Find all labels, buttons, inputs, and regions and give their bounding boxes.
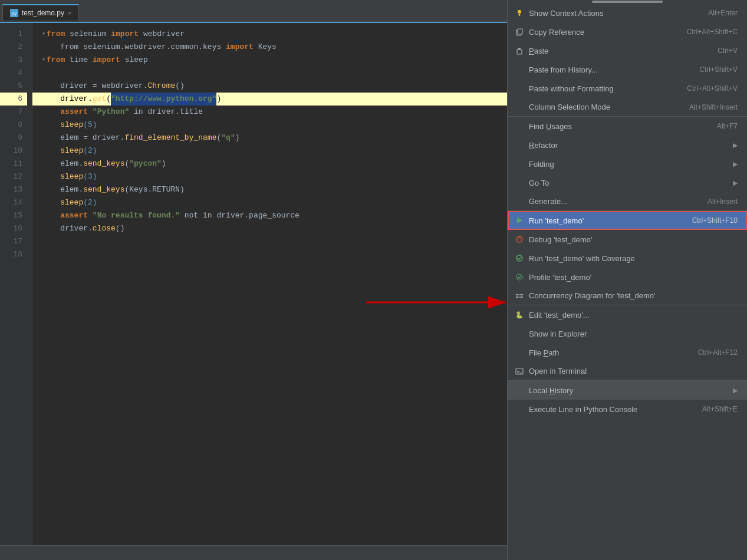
find-usages-icon [515, 121, 524, 131]
menu-item-edit-test-demo[interactable]: 🐍 Edit 'test_demo'... [508, 305, 747, 324]
go-to-label: Go To [529, 179, 549, 187]
menu-item-paste-without-formatting[interactable]: Paste without Formatting Ctrl+Alt+Shift+… [508, 79, 747, 98]
tab-close-button[interactable]: × [68, 9, 71, 17]
fold-icon-1: ▾ [42, 28, 45, 41]
svg-rect-6 [518, 29, 522, 34]
run-test-demo-label: Run 'test_demo' [529, 216, 584, 225]
line-numbers: 1 2 3 4 5 6 7 8 9 10 11 12 13 14 15 16 1… [0, 23, 32, 560]
svg-point-2 [518, 10, 521, 14]
svg-rect-3 [519, 14, 521, 15]
menu-item-column-selection[interactable]: Column Selection Mode Alt+Shift+Insert [508, 98, 747, 117]
paste-history-icon [515, 65, 524, 74]
show-in-explorer-label: Show in Explorer [529, 330, 587, 338]
svg-point-10 [518, 239, 519, 240]
svg-rect-14 [516, 294, 518, 295]
paste-from-history-shortcut: Ctrl+Shift+V [699, 65, 738, 74]
code-line-5: driver = webdriver. Chrome () [42, 80, 507, 93]
lightbulb-icon [515, 8, 524, 18]
code-line-3: ▾ from time import sleep [42, 54, 507, 67]
menu-item-execute-line[interactable]: Execute Line in Python Console Alt+Shift… [508, 400, 747, 419]
code-line-10: sleep (2) [42, 144, 507, 157]
menu-item-paste-from-history[interactable]: Paste from History... Ctrl+Shift+V [508, 60, 747, 79]
local-history-label: Local History [529, 386, 573, 395]
copy-reference-label: Copy Reference [529, 28, 584, 37]
folding-label: Folding [529, 160, 554, 169]
code-line-8: sleep (5) [42, 118, 507, 131]
paste-without-formatting-label: Paste without Formatting [529, 84, 614, 93]
find-usages-shortcut: Alt+F7 [717, 122, 738, 130]
code-line-15: assert "No results found." not in driver… [42, 209, 507, 222]
tab-filename: test_demo.py [22, 9, 64, 17]
show-context-actions-shortcut: Alt+Enter [708, 9, 738, 17]
execute-line-shortcut: Alt+Shift+E [702, 405, 738, 413]
svg-rect-16 [521, 294, 523, 295]
menu-item-profile-test-demo[interactable]: Profile 'test_demo' [508, 268, 747, 286]
menu-item-find-usages[interactable]: Find Usages Alt+F7 [508, 117, 747, 136]
local-history-chevron: ▶ [733, 387, 738, 394]
menu-item-go-to[interactable]: Go To ▶ [508, 173, 747, 192]
refactor-chevron: ▶ [733, 141, 738, 149]
menu-item-open-in-terminal[interactable]: Open in Terminal [508, 362, 747, 381]
menu-item-folding[interactable]: Folding ▶ [508, 154, 747, 173]
menu-item-run-with-coverage[interactable]: Run 'test_demo' with Coverage [508, 249, 747, 268]
menu-item-copy-reference[interactable]: Copy Reference Ctrl+Alt+Shift+C [508, 22, 747, 41]
code-display[interactable]: ▾ from selenium import webdriver from se… [32, 23, 507, 560]
debug-icon [515, 235, 524, 244]
generate-shortcut: Alt+Insert [707, 197, 738, 206]
concurrency-icon [515, 291, 524, 301]
svg-point-11 [520, 239, 521, 240]
terminal-icon [515, 367, 524, 376]
folding-icon [515, 159, 524, 169]
menu-item-refactor[interactable]: Refactor ▶ [508, 136, 747, 154]
menu-item-paste[interactable]: Paste Ctrl+V [508, 41, 747, 60]
menu-item-local-history[interactable]: Local History ▶ [508, 381, 747, 400]
menu-item-show-context-actions[interactable]: Show Context Actions Alt+Enter [508, 4, 747, 22]
code-line-6: driver. get ( "http://www.python.org" ) [32, 93, 507, 106]
paste-shortcut: Ctrl+V [718, 47, 738, 55]
run-icon [515, 216, 524, 225]
context-menu: Show Context Actions Alt+Enter Copy Refe… [507, 0, 747, 560]
profile-icon [515, 272, 524, 282]
edit-test-demo-label: Edit 'test_demo'... [529, 311, 590, 319]
menu-item-file-path[interactable]: File Path Ctrl+Alt+F12 [508, 343, 747, 362]
paste-icon [515, 46, 524, 55]
editor-bottom-bar [0, 545, 507, 560]
menu-item-generate[interactable]: Generate... Alt+Insert [508, 192, 747, 211]
file-path-label: File Path [529, 348, 559, 357]
paste-no-format-icon [515, 84, 524, 93]
paste-without-formatting-shortcut: Ctrl+Alt+Shift+V [687, 84, 738, 93]
execute-line-label: Execute Line in Python Console [529, 405, 637, 414]
menu-item-concurrency-diagram[interactable]: Concurrency Diagram for 'test_demo' [508, 286, 747, 305]
editor-area: py test_demo.py × 1 2 3 4 5 6 7 8 9 10 1… [0, 0, 507, 560]
go-to-chevron: ▶ [733, 179, 738, 187]
copy-reference-shortcut: Ctrl+Alt+Shift+C [687, 28, 738, 36]
svg-rect-8 [518, 48, 521, 50]
generate-icon [515, 197, 524, 206]
file-path-icon [515, 348, 524, 357]
find-usages-label: Find Usages [529, 122, 572, 131]
code-line-4 [42, 67, 507, 80]
menu-item-debug-test-demo[interactable]: Debug 'test_demo' [508, 230, 747, 249]
debug-test-demo-label: Debug 'test_demo' [529, 235, 593, 244]
edit-python-icon: 🐍 [515, 310, 524, 319]
menu-item-run-test-demo[interactable]: Run 'test_demo' Ctrl+Shift+F10 [508, 211, 747, 230]
menu-item-show-in-explorer[interactable]: Show in Explorer [508, 324, 747, 343]
run-test-demo-shortcut: Ctrl+Shift+F10 [692, 216, 738, 225]
code-line-17 [42, 235, 507, 248]
generate-label: Generate... [529, 197, 567, 206]
python-file-icon: py [10, 9, 18, 17]
code-line-16: driver. close () [42, 222, 507, 235]
tab-test-demo[interactable]: py test_demo.py × [2, 4, 79, 21]
fold-icon-3: ▾ [42, 54, 45, 67]
column-selection-icon [515, 103, 524, 112]
local-history-icon [515, 386, 524, 395]
show-context-actions-label: Show Context Actions [529, 9, 603, 18]
kw-from-1: from [47, 28, 65, 41]
code-line-18 [42, 248, 507, 261]
code-line-13: elem. send_keys (Keys.RETURN) [42, 183, 507, 196]
paste-label: Paste [529, 47, 548, 55]
open-in-terminal-label: Open in Terminal [529, 367, 587, 375]
code-line-12: sleep (3) [42, 170, 507, 183]
paste-from-history-label: Paste from History... [529, 65, 598, 74]
code-line-11: elem. send_keys ( "pycon" ) [42, 157, 507, 170]
